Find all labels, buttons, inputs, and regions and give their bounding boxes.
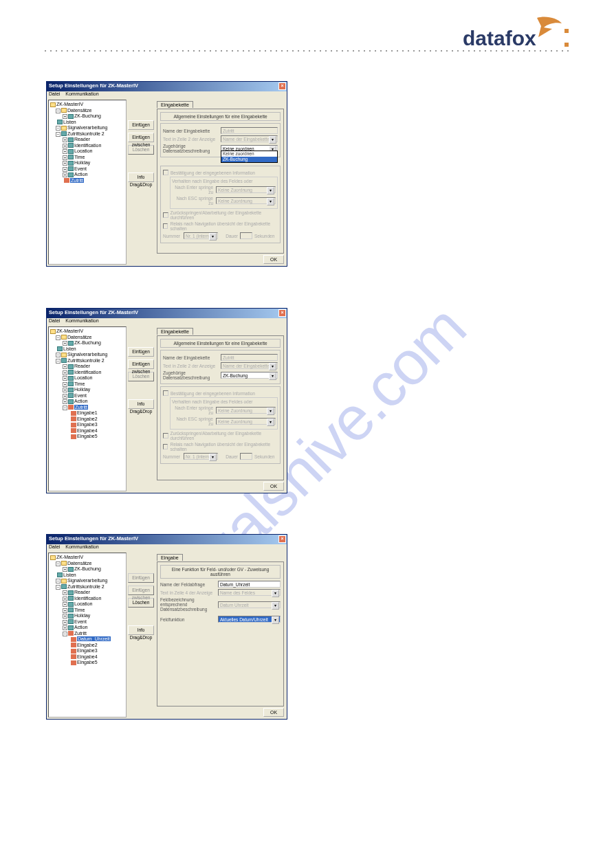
tree-view[interactable]: ZK-MasterIV −Datensätze +ZK-Buchung List…: [48, 553, 127, 717]
svg-rect-1: [564, 43, 569, 47]
zugeh-label: Zugehörige Datensatzbeschreibung: [163, 370, 221, 380]
name-label: Name der Feldabfrage: [160, 582, 218, 587]
setup-window-3: Setup Einstellungen für ZK-MasterIV × Da…: [46, 534, 287, 720]
tab-eingabe[interactable]: Eingabe: [157, 554, 183, 561]
insert-between-button[interactable]: Einfügen zwischen: [128, 133, 154, 142]
tree-selected: Zutritt: [70, 178, 84, 183]
titlebar[interactable]: Setup Einstellungen für ZK-MasterIV ×: [47, 309, 287, 318]
insert-button[interactable]: Einfügen: [128, 347, 154, 357]
enter-dd: Keine Zuordnung: [216, 186, 276, 193]
name-field: Zutritt: [221, 354, 278, 361]
panel: Eingabekette Allgemeine Einstellungen fü…: [157, 328, 284, 480]
insert-between-button[interactable]: Einfügen zwischen: [128, 359, 154, 369]
dropdown-list[interactable]: Keine zuordnen ZK-Buchung: [221, 151, 278, 163]
tree-view[interactable]: ZK-MasterIV −Datensätze +ZK-Buchung List…: [48, 100, 127, 265]
dd-option-zkbuchung[interactable]: ZK-Buchung: [221, 157, 277, 162]
name-label: Name der Eingabekette: [163, 355, 221, 360]
setup-window-1: Setup Einstellungen für ZK-MasterIV × Da…: [46, 81, 287, 267]
text2-field: Name der Eingabekette: [221, 135, 278, 142]
ok-button[interactable]: OK: [263, 708, 284, 717]
text2-label: Text in Zeile 4 der Anzeige: [160, 590, 218, 595]
zugeh-label: Zugehörige Datensatzbeschreibung: [163, 144, 221, 153]
feldfkt-label: Feldfunktion: [160, 617, 218, 622]
side-buttons: Einfügen Einfügen zwischen Löschen Info …: [128, 573, 154, 638]
setup-window-2: Setup Einstellungen für ZK-MasterIV × Da…: [46, 308, 287, 493]
panel: Eingabekette Allgemeine Einstellungen fü…: [157, 101, 284, 254]
text2-field: Name des Feldes: [218, 589, 281, 596]
checkbox-3: [163, 444, 168, 449]
feldbez-field: Datum Uhrzeit: [218, 601, 281, 608]
menu-comm[interactable]: Kommunikation: [65, 544, 98, 549]
group-title: Allgemeine Einstellungen für eine Eingab…: [160, 339, 281, 348]
menu-comm[interactable]: Kommunikation: [65, 318, 98, 323]
esc-dd: Keine Zuordnung: [216, 197, 276, 204]
menubar: Datei Kommunikation: [47, 91, 287, 98]
insert-button[interactable]: Einfügen: [128, 120, 154, 130]
menubar: Datei Kommunikation: [47, 318, 287, 325]
zugeh-dropdown[interactable]: ZK-Buchung: [221, 372, 278, 379]
logo-text: datafox: [463, 27, 536, 49]
tab-eingabekette[interactable]: Eingabekette: [157, 101, 193, 108]
menu-file[interactable]: Datei: [49, 544, 60, 549]
ok-button[interactable]: OK: [263, 255, 284, 264]
checkbox-3: [163, 223, 168, 229]
name-field[interactable]: Datum_Uhrzeit: [218, 581, 281, 588]
menu-file[interactable]: Datei: [49, 91, 60, 96]
checkbox-1: [163, 170, 168, 175]
checkbox-2: [163, 212, 168, 218]
checkbox-1: [163, 390, 168, 396]
side-buttons: Einfügen Einfügen zwischen Löschen Info …: [128, 347, 154, 412]
checkbox-2: [163, 433, 168, 438]
insert-between-button: Einfügen zwischen: [128, 586, 154, 595]
feldbez-label: Feldbezeichnung entsprechend Datensatzbe…: [160, 597, 218, 612]
text2-label: Text in Zeile 2 der Anzeige: [163, 364, 221, 368]
group-title: Allgemeine Einstellungen für eine Eingab…: [160, 112, 281, 121]
menu-comm[interactable]: Kommunikation: [65, 91, 98, 96]
window-title: Setup Einstellungen für ZK-MasterIV: [49, 82, 138, 89]
insert-button: Einfügen: [128, 573, 154, 583]
panel: Eingabe Eine Funktion für Feld- und/oder…: [157, 554, 284, 706]
name-label: Name der Eingabekette: [163, 129, 221, 133]
text2-field: Name der Eingabekette: [221, 362, 278, 369]
menubar: Datei Kommunikation: [47, 544, 287, 551]
name-field: Zutritt: [221, 127, 278, 134]
tree-selected: Zutritt: [74, 405, 88, 410]
svg-rect-0: [564, 29, 569, 33]
titlebar[interactable]: Setup Einstellungen für ZK-MasterIV ×: [47, 535, 287, 544]
ok-button[interactable]: OK: [263, 482, 284, 491]
close-icon[interactable]: ×: [278, 309, 286, 317]
window-title: Setup Einstellungen für ZK-MasterIV: [49, 535, 138, 542]
tree-view[interactable]: ZK-MasterIV −Datensätze +ZK-Buchung List…: [48, 326, 127, 491]
info-button[interactable]: Info Drag&Drop: [128, 625, 154, 635]
titlebar[interactable]: Setup Einstellungen für ZK-MasterIV ×: [47, 82, 287, 91]
datafox-logo: datafox: [463, 18, 573, 56]
tab-eingabekette[interactable]: Eingabekette: [157, 328, 193, 335]
info-button[interactable]: Info Drag&Drop: [128, 173, 154, 182]
close-icon[interactable]: ×: [278, 535, 286, 543]
close-icon[interactable]: ×: [278, 82, 286, 90]
dd-option-none[interactable]: Keine zuordnen: [221, 151, 277, 157]
feldfkt-dropdown[interactable]: Aktuelles Datum/Uhrzeit: [218, 616, 281, 623]
info-button[interactable]: Info Drag&Drop: [128, 399, 154, 409]
menu-file[interactable]: Datei: [49, 318, 60, 323]
side-buttons: Einfügen Einfügen zwischen Löschen Info …: [128, 120, 154, 185]
tree-selected: Datum_Uhrzeit: [77, 636, 111, 641]
text2-label: Text in Zeile 2 der Anzeige: [163, 137, 221, 142]
esc-dd: Keine Zuordnung: [216, 418, 276, 425]
enter-dd: Keine Zuordnung: [216, 407, 276, 414]
group-title: Eine Funktion für Feld- und/oder GV - Zu…: [160, 565, 281, 579]
window-title: Setup Einstellungen für ZK-MasterIV: [49, 309, 138, 315]
